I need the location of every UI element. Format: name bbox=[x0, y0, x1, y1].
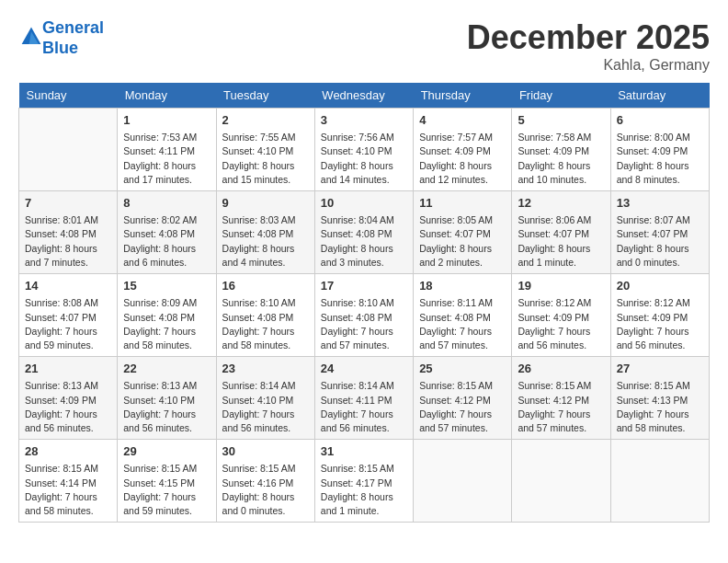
day-info: Sunrise: 8:15 AMSunset: 4:14 PMDaylight:… bbox=[25, 462, 111, 518]
day-info: Sunrise: 7:58 AMSunset: 4:09 PMDaylight:… bbox=[518, 131, 604, 187]
day-info: Sunrise: 8:10 AMSunset: 4:08 PMDaylight:… bbox=[222, 296, 309, 352]
day-info: Sunrise: 8:00 AMSunset: 4:09 PMDaylight:… bbox=[617, 131, 703, 187]
weekday-header-row: SundayMondayTuesdayWednesdayThursdayFrid… bbox=[19, 83, 710, 109]
calendar-cell bbox=[512, 440, 610, 523]
day-info: Sunrise: 8:09 AMSunset: 4:08 PMDaylight:… bbox=[123, 296, 210, 352]
day-number: 14 bbox=[25, 278, 111, 294]
calendar-cell bbox=[610, 440, 709, 523]
day-info: Sunrise: 7:55 AMSunset: 4:10 PMDaylight:… bbox=[222, 131, 309, 187]
calendar-cell bbox=[414, 440, 512, 523]
calendar-cell: 16Sunrise: 8:10 AMSunset: 4:08 PMDayligh… bbox=[216, 274, 314, 357]
calendar-cell: 14Sunrise: 8:08 AMSunset: 4:07 PMDayligh… bbox=[19, 274, 118, 357]
day-number: 28 bbox=[25, 443, 111, 460]
calendar-cell: 1Sunrise: 7:53 AMSunset: 4:11 PMDaylight… bbox=[118, 109, 216, 191]
day-info: Sunrise: 8:11 AMSunset: 4:08 PMDaylight:… bbox=[419, 296, 506, 352]
weekday-header: Friday bbox=[512, 83, 610, 109]
calendar-cell: 21Sunrise: 8:13 AMSunset: 4:09 PMDayligh… bbox=[19, 357, 118, 440]
title-block: December 2025 Kahla, Germany bbox=[467, 18, 710, 74]
day-number: 25 bbox=[419, 361, 506, 377]
weekday-header: Sunday bbox=[19, 83, 118, 109]
day-info: Sunrise: 8:15 AMSunset: 4:12 PMDaylight:… bbox=[518, 379, 604, 435]
day-info: Sunrise: 8:05 AMSunset: 4:07 PMDaylight:… bbox=[419, 213, 506, 270]
day-info: Sunrise: 8:06 AMSunset: 4:07 PMDaylight:… bbox=[518, 213, 604, 270]
day-info: Sunrise: 8:04 AMSunset: 4:08 PMDaylight:… bbox=[321, 213, 407, 270]
logo-text: General Blue bbox=[42, 18, 104, 58]
day-info: Sunrise: 7:57 AMSunset: 4:09 PMDaylight:… bbox=[419, 131, 506, 187]
day-info: Sunrise: 7:56 AMSunset: 4:10 PMDaylight:… bbox=[321, 131, 407, 187]
calendar-cell: 18Sunrise: 8:11 AMSunset: 4:08 PMDayligh… bbox=[414, 274, 512, 357]
calendar-cell: 19Sunrise: 8:12 AMSunset: 4:09 PMDayligh… bbox=[512, 274, 610, 357]
day-number: 29 bbox=[123, 443, 210, 460]
weekday-header: Saturday bbox=[610, 83, 709, 109]
calendar-cell: 7Sunrise: 8:01 AMSunset: 4:08 PMDaylight… bbox=[19, 191, 118, 274]
calendar-cell: 9Sunrise: 8:03 AMSunset: 4:08 PMDaylight… bbox=[216, 191, 314, 274]
day-number: 12 bbox=[518, 195, 604, 212]
calendar-cell: 6Sunrise: 8:00 AMSunset: 4:09 PMDaylight… bbox=[610, 109, 709, 191]
day-number: 9 bbox=[222, 195, 309, 212]
day-number: 16 bbox=[222, 278, 309, 294]
calendar-cell: 25Sunrise: 8:15 AMSunset: 4:12 PMDayligh… bbox=[414, 357, 512, 440]
calendar-cell: 31Sunrise: 8:15 AMSunset: 4:17 PMDayligh… bbox=[314, 440, 413, 523]
calendar-week-row: 21Sunrise: 8:13 AMSunset: 4:09 PMDayligh… bbox=[19, 357, 710, 440]
day-info: Sunrise: 8:12 AMSunset: 4:09 PMDaylight:… bbox=[617, 296, 703, 352]
day-info: Sunrise: 8:07 AMSunset: 4:07 PMDaylight:… bbox=[617, 213, 703, 270]
day-number: 13 bbox=[617, 195, 703, 212]
calendar-cell: 26Sunrise: 8:15 AMSunset: 4:12 PMDayligh… bbox=[512, 357, 610, 440]
calendar-cell: 20Sunrise: 8:12 AMSunset: 4:09 PMDayligh… bbox=[610, 274, 709, 357]
day-info: Sunrise: 8:02 AMSunset: 4:08 PMDaylight:… bbox=[123, 213, 210, 270]
day-info: Sunrise: 8:13 AMSunset: 4:09 PMDaylight:… bbox=[25, 379, 111, 435]
calendar-cell: 28Sunrise: 8:15 AMSunset: 4:14 PMDayligh… bbox=[19, 440, 118, 523]
day-info: Sunrise: 7:53 AMSunset: 4:11 PMDaylight:… bbox=[123, 131, 210, 187]
calendar-cell bbox=[19, 109, 118, 191]
weekday-header: Monday bbox=[118, 83, 216, 109]
calendar-cell: 3Sunrise: 7:56 AMSunset: 4:10 PMDaylight… bbox=[314, 109, 413, 191]
day-number: 18 bbox=[419, 278, 506, 294]
calendar-cell: 4Sunrise: 7:57 AMSunset: 4:09 PMDaylight… bbox=[414, 109, 512, 191]
day-number: 27 bbox=[617, 361, 703, 377]
page-header: General Blue December 2025 Kahla, German… bbox=[18, 18, 710, 74]
day-info: Sunrise: 8:12 AMSunset: 4:09 PMDaylight:… bbox=[518, 296, 604, 352]
day-number: 5 bbox=[518, 112, 604, 129]
day-info: Sunrise: 8:10 AMSunset: 4:08 PMDaylight:… bbox=[321, 296, 407, 352]
calendar-week-row: 1Sunrise: 7:53 AMSunset: 4:11 PMDaylight… bbox=[19, 109, 710, 191]
day-number: 19 bbox=[518, 278, 604, 294]
day-number: 15 bbox=[123, 278, 210, 294]
calendar-week-row: 28Sunrise: 8:15 AMSunset: 4:14 PMDayligh… bbox=[19, 440, 710, 523]
calendar-cell: 2Sunrise: 7:55 AMSunset: 4:10 PMDaylight… bbox=[216, 109, 314, 191]
day-info: Sunrise: 8:14 AMSunset: 4:10 PMDaylight:… bbox=[222, 379, 309, 435]
calendar-cell: 24Sunrise: 8:14 AMSunset: 4:11 PMDayligh… bbox=[314, 357, 413, 440]
calendar-cell: 8Sunrise: 8:02 AMSunset: 4:08 PMDaylight… bbox=[118, 191, 216, 274]
location: Kahla, Germany bbox=[467, 57, 710, 74]
day-info: Sunrise: 8:15 AMSunset: 4:15 PMDaylight:… bbox=[123, 462, 210, 518]
day-number: 17 bbox=[321, 278, 407, 294]
day-number: 4 bbox=[419, 112, 506, 129]
day-number: 7 bbox=[25, 195, 111, 212]
day-info: Sunrise: 8:01 AMSunset: 4:08 PMDaylight:… bbox=[25, 213, 111, 270]
logo: General Blue bbox=[18, 18, 104, 58]
calendar-cell: 23Sunrise: 8:14 AMSunset: 4:10 PMDayligh… bbox=[216, 357, 314, 440]
day-number: 26 bbox=[518, 361, 604, 377]
day-info: Sunrise: 8:14 AMSunset: 4:11 PMDaylight:… bbox=[321, 379, 407, 435]
weekday-header: Wednesday bbox=[314, 83, 413, 109]
day-number: 24 bbox=[321, 361, 407, 377]
calendar-week-row: 14Sunrise: 8:08 AMSunset: 4:07 PMDayligh… bbox=[19, 274, 710, 357]
calendar-cell: 29Sunrise: 8:15 AMSunset: 4:15 PMDayligh… bbox=[118, 440, 216, 523]
day-number: 11 bbox=[419, 195, 506, 212]
calendar-cell: 30Sunrise: 8:15 AMSunset: 4:16 PMDayligh… bbox=[216, 440, 314, 523]
day-number: 8 bbox=[123, 195, 210, 212]
weekday-header: Thursday bbox=[414, 83, 512, 109]
day-number: 23 bbox=[222, 361, 309, 377]
weekday-header: Tuesday bbox=[216, 83, 314, 109]
day-info: Sunrise: 8:15 AMSunset: 4:13 PMDaylight:… bbox=[617, 379, 703, 435]
day-info: Sunrise: 8:08 AMSunset: 4:07 PMDaylight:… bbox=[25, 296, 111, 352]
day-number: 1 bbox=[123, 112, 210, 129]
day-info: Sunrise: 8:03 AMSunset: 4:08 PMDaylight:… bbox=[222, 213, 309, 270]
calendar-table: SundayMondayTuesdayWednesdayThursdayFrid… bbox=[18, 83, 710, 523]
calendar-cell: 10Sunrise: 8:04 AMSunset: 4:08 PMDayligh… bbox=[314, 191, 413, 274]
calendar-cell: 22Sunrise: 8:13 AMSunset: 4:10 PMDayligh… bbox=[118, 357, 216, 440]
day-number: 20 bbox=[617, 278, 703, 294]
day-number: 30 bbox=[222, 443, 309, 460]
logo-icon bbox=[20, 26, 42, 48]
day-info: Sunrise: 8:15 AMSunset: 4:16 PMDaylight:… bbox=[222, 462, 309, 518]
calendar-cell: 27Sunrise: 8:15 AMSunset: 4:13 PMDayligh… bbox=[610, 357, 709, 440]
